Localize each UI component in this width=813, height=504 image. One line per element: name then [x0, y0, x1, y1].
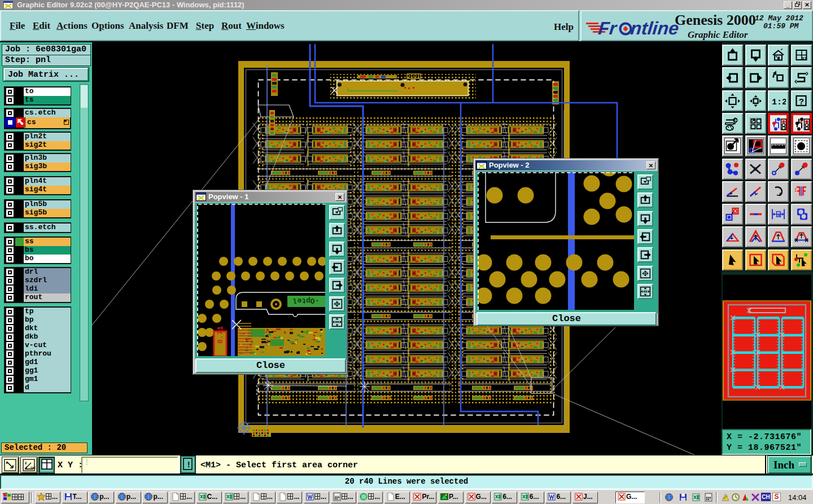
- svg-text:8.71: 8.71: [216, 326, 225, 344]
- svg-text:ntline: ntline: [630, 18, 679, 38]
- svg-text:-Optel: -Optel: [292, 296, 319, 305]
- svg-text:1:2: 1:2: [772, 97, 786, 107]
- svg-text:4: 4: [777, 212, 780, 217]
- svg-text:XY: XY: [802, 56, 807, 60]
- svg-text:!: !: [186, 461, 191, 470]
- svg-text:?: ?: [799, 97, 804, 107]
- svg-text:Fr: Fr: [597, 18, 618, 38]
- svg-text:OK: OK: [30, 466, 36, 470]
